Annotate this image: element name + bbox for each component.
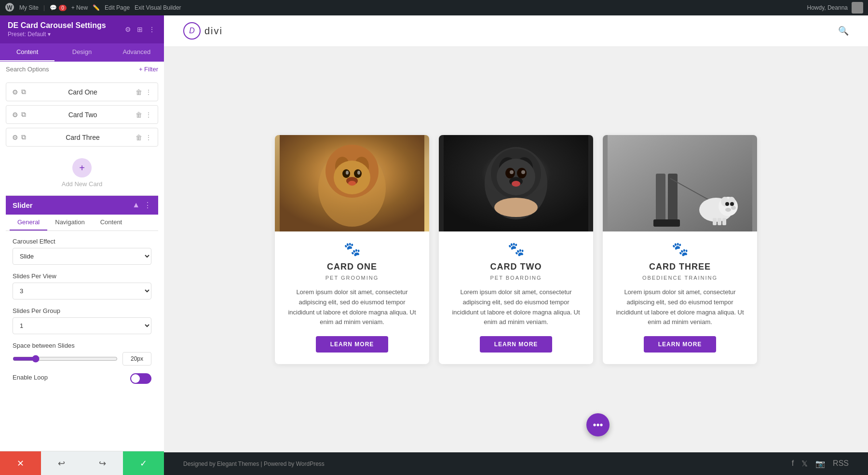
space-between-slides-label: Space between Slides	[13, 342, 151, 349]
site-name-link[interactable]: My Site	[19, 4, 39, 11]
panel-settings-icon[interactable]: ⚙	[124, 25, 132, 34]
enable-loop-label: Enable Loop	[13, 374, 48, 381]
card-3-button[interactable]: LEARN MORE	[644, 336, 717, 353]
edit-page-link[interactable]: Edit Page	[105, 4, 130, 11]
avatar	[852, 2, 863, 14]
slides-per-view-select[interactable]: 1 2 3 4 5	[13, 283, 151, 299]
more-card-two-button[interactable]: ⋮	[145, 111, 152, 119]
space-between-slides-value[interactable]	[122, 352, 151, 366]
card-3-image	[603, 135, 757, 231]
slider-sub-tabs: General Navigation Content	[6, 215, 158, 231]
copy-icon[interactable]: ⧉	[21, 88, 26, 96]
card-2-text: Lorem ipsum dolor sit amet, consectetur …	[450, 287, 582, 327]
site-footer: Designed by Elegant Themes | Powered by …	[164, 452, 868, 475]
delete-card-three-button[interactable]: 🗑	[136, 134, 142, 141]
save-icon: ✓	[140, 458, 147, 469]
tab-design[interactable]: Design	[54, 43, 109, 61]
tab-content[interactable]: Content	[0, 43, 54, 61]
site-logo-text: divi	[204, 26, 223, 37]
filter-button[interactable]: + Filter	[139, 66, 158, 73]
site-search-icon[interactable]: 🔍	[838, 26, 849, 36]
paw-icon-1: 🐾	[344, 241, 361, 257]
carousel-effect-select[interactable]: Slide Fade Cube Coverflow	[13, 248, 151, 265]
card-1-title: CARD ONE	[327, 262, 377, 272]
slider-collapse-icon[interactable]: ▲	[132, 201, 140, 210]
panel-layout-icon[interactable]: ⊞	[136, 25, 144, 34]
settings-icon[interactable]: ⚙	[12, 111, 18, 119]
svg-rect-43	[722, 218, 726, 225]
settings-icon[interactable]: ⚙	[12, 134, 18, 141]
card-list-item[interactable]: ⚙ ⧉ Card Two 🗑 ⋮	[6, 105, 158, 124]
slider-more-icon[interactable]: ⋮	[144, 201, 151, 210]
twitter-icon[interactable]: 𝕏	[801, 459, 808, 468]
card-2-button[interactable]: LEARN MORE	[480, 336, 553, 353]
delete-card-two-button[interactable]: 🗑	[136, 111, 142, 119]
delete-card-one-button[interactable]: 🗑	[136, 88, 142, 96]
svg-point-40	[725, 208, 731, 212]
card-item-icons: ⚙ ⧉	[12, 110, 26, 119]
slider-tab-content[interactable]: Content	[93, 215, 130, 231]
slides-per-view-setting: Slides Per View 1 2 3 4 5	[13, 272, 151, 299]
svg-rect-41	[713, 218, 717, 225]
slider-tab-navigation[interactable]: Navigation	[47, 215, 92, 231]
facebook-icon[interactable]: f	[792, 459, 794, 468]
slider-section: Slider ▲ ⋮ General Navigation Content Ca…	[6, 195, 158, 395]
card-2-image	[439, 135, 593, 231]
card-3-body: 🐾 CARD THREE OBEDIENCE TRAINING Lorem ip…	[603, 231, 757, 364]
settings-icon[interactable]: ⚙	[12, 88, 18, 96]
card-list-item[interactable]: ⚙ ⧉ Card Three 🗑 ⋮	[6, 128, 158, 147]
undo-button[interactable]: ↩	[41, 451, 82, 475]
card-list-item[interactable]: ⚙ ⧉ Card One 🗑 ⋮	[6, 82, 158, 101]
instagram-icon[interactable]: 📷	[815, 459, 825, 468]
card-2-title: CARD TWO	[490, 262, 542, 272]
toggle-knob	[131, 374, 140, 383]
tab-advanced[interactable]: Advanced	[109, 43, 164, 61]
slider-section-header[interactable]: Slider ▲ ⋮	[6, 196, 158, 215]
exit-builder-link[interactable]: Exit Visual Builder	[135, 4, 181, 11]
enable-loop-toggle[interactable]	[130, 373, 151, 384]
panel-preset[interactable]: Preset: Default ▾	[8, 31, 106, 38]
card-1-button[interactable]: LEARN MORE	[316, 336, 389, 353]
search-input[interactable]	[6, 66, 135, 73]
panel-search-bar: + Filter	[0, 62, 164, 77]
svg-point-37	[731, 206, 736, 210]
bottom-action-bar: ✕ ↩ ↪ ✓	[0, 451, 164, 475]
rss-icon[interactable]: RSS	[833, 459, 849, 468]
panel-more-icon[interactable]: ⋮	[148, 25, 156, 34]
save-button[interactable]: ✓	[123, 451, 164, 475]
slides-per-group-setting: Slides Per Group 1 2 3	[13, 307, 151, 334]
card-2-subtitle: PET BOARDING	[490, 275, 542, 281]
more-card-three-button[interactable]: ⋮	[145, 134, 152, 141]
svg-point-26	[494, 198, 538, 217]
svg-point-22	[510, 170, 514, 174]
card-item-actions: 🗑 ⋮	[136, 111, 152, 119]
card-3-subtitle: OBEDIENCE TRAINING	[642, 275, 718, 281]
card-two-label: Card Two	[30, 111, 136, 119]
enable-loop-setting: Enable Loop	[13, 373, 151, 384]
new-link[interactable]: + New	[71, 4, 88, 11]
add-new-card-section[interactable]: + Add New Card	[6, 150, 158, 195]
cancel-button[interactable]: ✕	[0, 451, 41, 475]
panel-header-icons: ⚙ ⊞ ⋮	[124, 25, 156, 34]
copy-icon[interactable]: ⧉	[21, 133, 26, 141]
svg-point-38	[725, 202, 729, 206]
comments-link[interactable]: 💬 0	[50, 4, 67, 11]
space-between-slides-slider[interactable]	[13, 355, 118, 363]
slider-tab-general[interactable]: General	[10, 215, 47, 231]
svg-point-13	[348, 181, 356, 186]
card-item-icons: ⚙ ⧉	[12, 133, 26, 141]
more-card-one-button[interactable]: ⋮	[145, 88, 152, 96]
card-1-image	[275, 135, 429, 231]
slides-per-group-select[interactable]: 1 2 3	[13, 317, 151, 334]
add-new-card-button[interactable]: +	[72, 158, 92, 177]
howdy-text: Howdy, Deanna	[807, 4, 848, 11]
paw-icon-3: 🐾	[672, 241, 689, 257]
redo-button[interactable]: ↪	[82, 451, 123, 475]
fab-button[interactable]: •••	[586, 413, 610, 436]
svg-point-39	[730, 202, 734, 206]
copy-icon[interactable]: ⧉	[21, 110, 26, 119]
site-logo: D divi	[183, 22, 223, 40]
card-1-text: Lorem ipsum dolor sit amet, consectetur …	[286, 287, 418, 327]
right-content: D divi 🔍	[164, 15, 868, 475]
main-layout: DE Card Carousel Settings Preset: Defaul…	[0, 15, 868, 475]
